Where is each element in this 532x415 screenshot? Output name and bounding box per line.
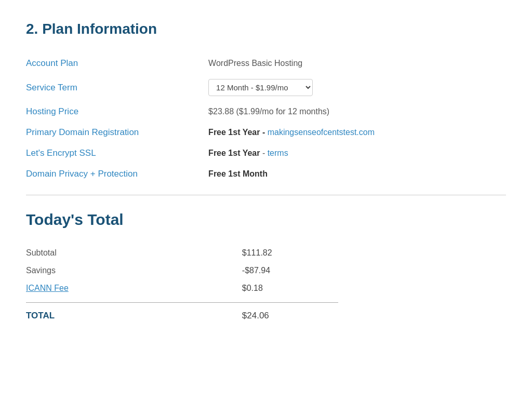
total-value: $24.06 [242,311,269,321]
lets-encrypt-dash: - [260,149,267,157]
lets-encrypt-row: Let's Encrypt SSL Free 1st Year - terms [26,143,506,164]
service-term-select[interactable]: 12 Month - $1.99/mo 24 Month - $1.99/mo … [208,79,313,96]
account-plan-row: Account Plan WordPress Basic Hosting [26,53,506,74]
savings-label: Savings [26,262,242,279]
service-term-row: Service Term 12 Month - $1.99/mo 24 Mont… [26,74,506,101]
service-term-cell: 12 Month - $1.99/mo 24 Month - $1.99/mo … [208,74,506,101]
lets-encrypt-value: Free 1st Year - terms [208,143,506,164]
account-plan-label: Account Plan [26,53,208,74]
primary-domain-link[interactable]: makingsenseofcentstest.com [268,128,375,137]
total-divider [26,302,338,303]
domain-privacy-bold: Free 1st Month [208,169,268,178]
icann-row: ICANN Fee $0.18 [26,279,506,297]
domain-privacy-label: Domain Privacy + Protection [26,164,208,184]
subtotal-label: Subtotal [26,244,242,262]
domain-privacy-row: Domain Privacy + Protection Free 1st Mon… [26,164,506,184]
primary-domain-label: Primary Domain Registration [26,122,208,143]
primary-domain-bold: Free 1st Year - [208,128,268,137]
icann-label[interactable]: ICANN Fee [26,279,242,297]
account-plan-value: WordPress Basic Hosting [208,53,506,74]
hosting-price-label: Hosting Price [26,101,208,122]
subtotal-row: Subtotal $111.82 [26,244,506,262]
total-row: TOTAL $24.06 [26,311,506,321]
primary-domain-row: Primary Domain Registration Free 1st Yea… [26,122,506,143]
hosting-price-value: $23.88 ($1.99/mo for 12 months) [208,101,506,122]
section-divider [26,195,506,195]
totals-table: Subtotal $111.82 Savings -$87.94 ICANN F… [26,244,506,297]
service-term-label: Service Term [26,74,208,101]
domain-privacy-value: Free 1st Month [208,164,506,184]
icann-link[interactable]: ICANN Fee [26,284,69,292]
primary-domain-value: Free 1st Year - makingsenseofcentstest.c… [208,122,506,143]
plan-info-table: Account Plan WordPress Basic Hosting Ser… [26,53,506,184]
subtotal-value: $111.82 [242,244,506,262]
terms-link[interactable]: terms [268,149,288,157]
hosting-price-row: Hosting Price $23.88 ($1.99/mo for 12 mo… [26,101,506,122]
lets-encrypt-label: Let's Encrypt SSL [26,143,208,164]
lets-encrypt-bold: Free 1st Year [208,149,260,157]
savings-row: Savings -$87.94 [26,262,506,279]
section-title: 2. Plan Information [26,21,506,37]
icann-value: $0.18 [242,279,506,297]
total-label: TOTAL [26,311,242,321]
savings-value: -$87.94 [242,262,506,279]
today-total-title: Today's Total [26,211,506,229]
